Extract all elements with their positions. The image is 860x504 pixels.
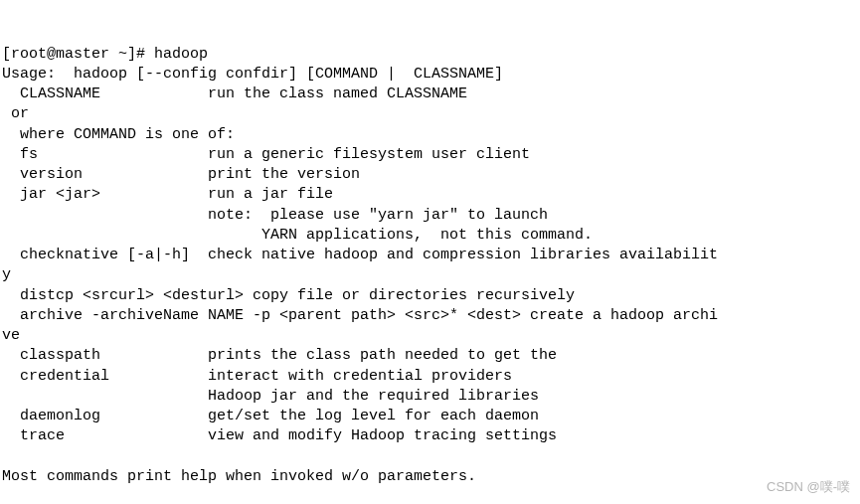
archive-line1: archive -archiveName NAME -p <parent pat… — [2, 307, 718, 324]
version-line: version print the version — [2, 166, 360, 183]
usage-line: Usage: hadoop [--config confdir] [COMMAN… — [2, 66, 503, 83]
credential-line: credential interact with credential prov… — [2, 368, 512, 385]
prompt-line: [root@master ~]# hadoop — [2, 46, 208, 63]
jar-note-line2: YARN applications, not this command. — [2, 227, 593, 244]
fs-line: fs run a generic filesystem user client — [2, 146, 530, 163]
where-line: where COMMAND is one of: — [2, 126, 235, 143]
watermark-text: CSDN @噗-噗 — [767, 478, 850, 496]
archive-line2: ve — [2, 327, 20, 344]
or-line: or — [2, 105, 29, 122]
jar-note-line1: note: please use "yarn jar" to launch — [2, 207, 548, 224]
distcp-line: distcp <srcurl> <desturl> copy file or d… — [2, 287, 575, 304]
classname-line: CLASSNAME run the class named CLASSNAME — [2, 85, 467, 102]
jar-line: jar <jar> run a jar file — [2, 186, 333, 203]
classpath-line: classpath prints the class path needed t… — [2, 347, 557, 364]
hadoop-jar-line: Hadoop jar and the required libraries — [2, 388, 539, 405]
checknative-line1: checknative [-a|-h] check native hadoop … — [2, 247, 718, 263]
terminal-output: [root@master ~]# hadoop Usage: hadoop [-… — [2, 45, 860, 488]
footer-line: Most commands print help when invoked w/… — [2, 468, 476, 485]
trace-line: trace view and modify Hadoop tracing set… — [2, 427, 557, 444]
daemonlog-line: daemonlog get/set the log level for each… — [2, 408, 539, 424]
checknative-line2: y — [2, 266, 11, 283]
